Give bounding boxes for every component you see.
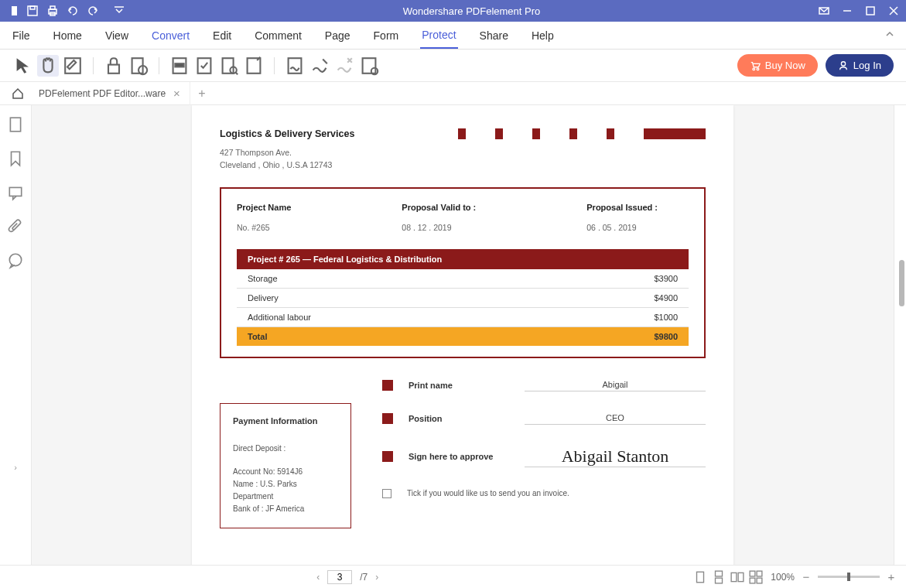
edit-tool-icon[interactable] (62, 55, 84, 77)
print-icon[interactable] (46, 5, 59, 17)
svg-rect-5 (50, 6, 55, 9)
red-square-icon (495, 128, 503, 139)
zoom-out-icon[interactable]: − (801, 570, 812, 583)
two-page-continuous-icon[interactable] (749, 570, 763, 584)
app-logo-icon[interactable] (6, 5, 19, 17)
titlebar: Wondershare PDFelement Pro (0, 0, 906, 22)
red-square-icon (569, 128, 577, 139)
table-row: Additional labour$1000 (237, 307, 689, 326)
undo-icon[interactable] (67, 5, 79, 17)
menu-share[interactable]: Share (478, 23, 510, 48)
sign-doc-icon[interactable] (284, 55, 306, 77)
titlebar-left (6, 5, 125, 17)
menu-form[interactable]: Form (372, 23, 401, 48)
pdf-page: Logistics & Delivery Services 427 Thomps… (192, 105, 733, 565)
hand-tool-icon[interactable] (37, 55, 59, 77)
signature-value[interactable]: Abigail Stanton (525, 446, 706, 467)
manage-sign-icon[interactable] (358, 55, 380, 77)
header-decoration (458, 128, 706, 139)
signature-row: Sign here to approve Abigail Stanton (382, 446, 706, 467)
menu-file[interactable]: File (11, 23, 32, 48)
bookmarks-icon[interactable] (7, 150, 24, 167)
valid-to-value: 08 . 12 . 2019 (402, 223, 476, 232)
menu-edit[interactable]: Edit (211, 23, 233, 48)
save-icon[interactable] (26, 5, 39, 17)
position-row: Position CEO (382, 413, 706, 425)
mail-icon[interactable] (818, 5, 830, 17)
menu-home[interactable]: Home (52, 23, 84, 48)
scrollbar-thumb[interactable] (899, 260, 904, 306)
zoom-in-icon[interactable]: + (886, 570, 897, 583)
project-meta: Project Name No. #265 Proposal Valid to … (237, 203, 689, 232)
svg-rect-1 (8, 6, 12, 15)
payment-name: Name : U.S. Parks Department (233, 478, 338, 503)
bullet-icon (382, 413, 393, 424)
continuous-page-icon[interactable] (712, 570, 726, 584)
document-canvas[interactable]: Logistics & Delivery Services 427 Thomps… (32, 105, 894, 565)
svg-rect-41 (757, 571, 762, 576)
valid-to-label: Proposal Valid to : (402, 203, 476, 212)
login-button[interactable]: Log In (826, 54, 894, 77)
svg-rect-33 (9, 187, 21, 196)
print-name-row: Print name Abigail (382, 380, 706, 391)
table-row: Storage$3900 (237, 269, 689, 289)
position-value[interactable]: CEO (525, 413, 706, 425)
menu-protect[interactable]: Protect (420, 22, 457, 49)
scrollbar-track[interactable] (894, 105, 906, 565)
clear-sign-icon[interactable] (333, 55, 355, 77)
home-tab-icon[interactable] (6, 82, 29, 105)
position-label: Position (409, 414, 509, 423)
prev-page-icon[interactable]: ‹ (316, 572, 320, 583)
next-page-icon[interactable]: › (375, 572, 378, 583)
zoom-value: 100% (771, 572, 795, 583)
single-page-icon[interactable] (693, 570, 707, 584)
menu-view[interactable]: View (104, 23, 130, 48)
toolbar-right: Buy Now Log In (737, 54, 894, 77)
separator (274, 57, 275, 74)
menu-page[interactable]: Page (323, 23, 352, 48)
close-tab-icon[interactable]: × (173, 87, 180, 100)
thumbnails-icon[interactable] (7, 116, 24, 133)
encrypt-icon[interactable] (103, 55, 125, 77)
two-page-icon[interactable] (730, 570, 744, 584)
menu-help[interactable]: Help (530, 23, 556, 48)
maximize-icon[interactable] (864, 5, 877, 17)
comments-icon[interactable] (7, 184, 24, 201)
collapse-ribbon-icon[interactable] (884, 29, 895, 42)
print-name-value[interactable]: Abigail (525, 380, 706, 391)
expand-sidebar-icon[interactable]: › (14, 463, 17, 472)
apply-redact-icon[interactable] (193, 55, 215, 77)
titlebar-right (818, 5, 900, 17)
svg-point-31 (841, 61, 845, 65)
dropdown-icon[interactable] (113, 5, 125, 17)
svg-rect-14 (108, 64, 119, 73)
redact-settings-icon[interactable] (243, 55, 265, 77)
document-tab[interactable]: PDFelement PDF Editor...ware × (29, 82, 190, 105)
payment-deposit: Direct Deposit : (233, 443, 338, 455)
table-header: Project # 265 — Federal Logistics & Dist… (237, 249, 689, 269)
select-tool-icon[interactable] (12, 55, 34, 77)
bullet-icon (382, 380, 393, 391)
page-total: /7 (360, 572, 368, 583)
close-icon[interactable] (887, 5, 900, 17)
permissions-icon[interactable] (128, 55, 149, 77)
svg-rect-18 (175, 63, 183, 67)
invoice-checkbox[interactable] (382, 489, 391, 498)
buy-now-button[interactable]: Buy Now (737, 54, 818, 77)
zoom-slider[interactable] (818, 576, 880, 578)
menu-convert[interactable]: Convert (150, 23, 191, 48)
validate-sign-icon[interactable] (309, 55, 330, 77)
redact-icon[interactable] (169, 55, 190, 77)
svg-rect-42 (750, 578, 755, 583)
minimize-icon[interactable] (841, 5, 853, 17)
new-tab-button[interactable]: + (190, 87, 214, 101)
chat-icon[interactable] (7, 252, 24, 269)
menu-comment[interactable]: Comment (253, 23, 303, 48)
search-redact-icon[interactable] (218, 55, 240, 77)
attachments-icon[interactable] (7, 218, 24, 235)
redo-icon[interactable] (87, 5, 99, 17)
svg-line-22 (235, 72, 238, 74)
payment-bank: Bank of : JF America (233, 503, 338, 515)
page-number-input[interactable] (327, 570, 352, 584)
svg-rect-37 (716, 578, 723, 583)
